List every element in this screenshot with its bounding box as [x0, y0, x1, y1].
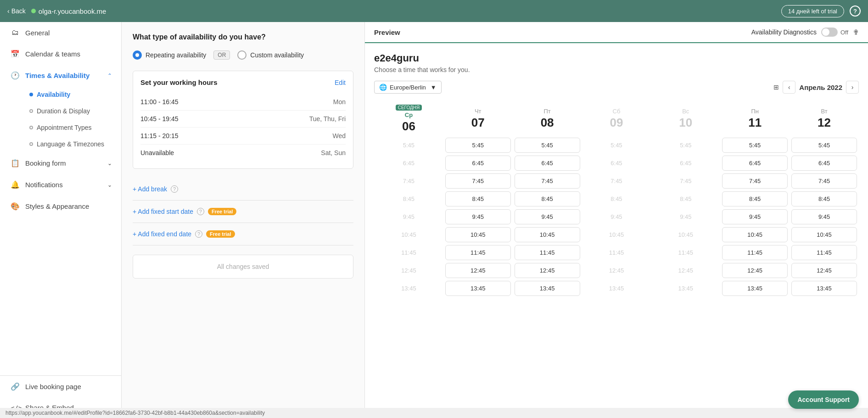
time-slot-col0: 11:45: [376, 245, 442, 260]
time-slot-col2[interactable]: 8:45: [515, 191, 580, 206]
time-slot-col2[interactable]: 6:45: [515, 156, 580, 171]
time-slot-col5[interactable]: 6:45: [722, 156, 788, 171]
account-support-button[interactable]: Account Support: [788, 390, 859, 409]
time-slot-col6[interactable]: 6:45: [791, 156, 857, 171]
sidebar-item-calendar-teams[interactable]: 📅 Calendar & teams: [0, 43, 121, 65]
trial-button[interactable]: 14 дней left of trial: [781, 5, 844, 17]
time-slot-col6[interactable]: 13:45: [791, 281, 857, 296]
time-slot-col2[interactable]: 5:45: [515, 138, 580, 153]
cal-header-6: Вт 12: [790, 101, 859, 136]
time-slot-col1[interactable]: 7:45: [445, 173, 511, 189]
day-abbr-6: Вт: [791, 108, 857, 115]
time-slot-col3: 13:45: [584, 281, 650, 295]
time-slot-col2[interactable]: 10:45: [515, 227, 580, 242]
dot-appointment: [29, 126, 33, 129]
time-slot-col5[interactable]: 10:45: [722, 227, 788, 242]
time-slot-row: 12:4512:4512:4512:4512:4512:4512:45: [374, 262, 859, 279]
time-slot-col5[interactable]: 12:45: [722, 263, 788, 278]
booking-profile: e2e4guru Choose a time that works for yo…: [374, 52, 859, 73]
day-abbr-1: Чт: [445, 108, 511, 115]
time-slot-col5[interactable]: 8:45: [722, 191, 788, 206]
sidebar-sub-language[interactable]: Language & Timezones: [24, 136, 121, 152]
preview-panel: Preview Availability Diagnostics Off ✟ e…: [365, 22, 868, 418]
time-slot-col6[interactable]: 11:45: [791, 245, 857, 260]
add-end-link[interactable]: + Add fixed end date ? Free trial: [133, 230, 353, 238]
add-start-link[interactable]: + Add fixed start date ? Free trial: [133, 208, 353, 215]
time-slot-col4: 12:45: [653, 263, 718, 278]
time-slot-col6[interactable]: 7:45: [791, 173, 857, 189]
sidebar-sub-appointment-types[interactable]: Appointment Types: [24, 119, 121, 136]
time-slot-col1[interactable]: 9:45: [445, 209, 511, 224]
notifications-icon: 🔔: [11, 180, 20, 189]
help-icon[interactable]: ?: [850, 6, 861, 17]
sidebar-item-times-availability[interactable]: 🕐 Times & Availability ⌃: [0, 65, 121, 86]
time-slot-row: 6:456:456:456:456:456:456:45: [374, 154, 859, 172]
time-slot-col5[interactable]: 5:45: [722, 138, 788, 153]
dot-language: [29, 142, 33, 146]
grid-icon: ⊞: [773, 84, 779, 91]
prev-month-button[interactable]: ‹: [783, 81, 795, 94]
time-slot-col6[interactable]: 5:45: [791, 138, 857, 153]
sidebar-sub-availability[interactable]: Availability: [24, 86, 121, 103]
topbar-left: ‹ Back olga-r.youcanbook.me: [7, 7, 106, 15]
sidebar-item-live-booking[interactable]: 🔗 Live booking page: [0, 376, 121, 397]
time-slot-col1[interactable]: 12:45: [445, 263, 511, 278]
preview-header: Preview Availability Diagnostics Off ✟: [365, 22, 868, 43]
sidebar-item-styles[interactable]: 🎨 Styles & Appearance: [0, 195, 121, 217]
sidebar-item-notifications[interactable]: 🔔 Notifications ⌄: [0, 174, 121, 195]
next-month-button[interactable]: ›: [846, 81, 859, 94]
timezone-label: Europe/Berlin: [390, 84, 426, 91]
timezone-chevron: ▼: [431, 84, 437, 91]
time-slot-col5[interactable]: 11:45: [722, 245, 788, 260]
time-slot-col6[interactable]: 8:45: [791, 191, 857, 206]
time-slot-col2[interactable]: 12:45: [515, 263, 580, 278]
sidebar-item-booking-form[interactable]: 📋 Booking form ⌄: [0, 152, 121, 174]
styles-icon: 🎨: [11, 202, 20, 211]
expand-icon[interactable]: ✟: [853, 28, 859, 37]
sidebar-sub-duration[interactable]: Duration & Display: [24, 103, 121, 119]
add-break-link[interactable]: + Add break ?: [133, 185, 353, 193]
toggle-track[interactable]: [821, 28, 838, 37]
custom-radio[interactable]: [237, 50, 246, 60]
time-slot-col1[interactable]: 8:45: [445, 191, 511, 206]
sidebar-label-styles: Styles & Appearance: [25, 202, 89, 210]
day-abbr-2: Пт: [515, 108, 580, 115]
availability-type-row: Repeating availability OR Custom availab…: [133, 50, 353, 60]
or-badge: OR: [213, 50, 230, 60]
repeating-radio[interactable]: [133, 50, 142, 60]
booking-widget: e2e4guru Choose a time that works for yo…: [365, 43, 868, 418]
sidebar-item-general[interactable]: 🗂 General: [0, 22, 121, 43]
edit-button[interactable]: Edit: [335, 79, 346, 86]
live-icon: 🔗: [11, 382, 20, 391]
day-abbr-0: Ср: [376, 111, 442, 118]
time-slot-col5[interactable]: 13:45: [722, 281, 788, 296]
timezone-select[interactable]: 🌐 Europe/Berlin ▼: [374, 81, 442, 94]
time-slot-col5[interactable]: 9:45: [722, 209, 788, 224]
time-slot-col1[interactable]: 13:45: [445, 281, 511, 296]
start-help-icon[interactable]: ?: [197, 208, 204, 215]
time-slot-col2[interactable]: 7:45: [515, 173, 580, 189]
time-row-1: 10:45 - 19:45 Tue, Thu, Fri: [140, 111, 346, 128]
time-slot-col1[interactable]: 5:45: [445, 138, 511, 153]
custom-option[interactable]: Custom availability: [237, 50, 304, 60]
time-slot-col6[interactable]: 10:45: [791, 227, 857, 242]
time-slot-col2[interactable]: 13:45: [515, 281, 580, 296]
time-slot-col1[interactable]: 10:45: [445, 227, 511, 242]
back-button[interactable]: ‹ Back: [7, 7, 26, 15]
repeating-option[interactable]: Repeating availability: [133, 50, 206, 60]
break-help-icon[interactable]: ?: [171, 185, 178, 193]
time-slot-col1[interactable]: 6:45: [445, 156, 511, 171]
time-slot-col1[interactable]: 11:45: [445, 245, 511, 260]
sidebar: 🗂 General 📅 Calendar & teams 🕐 Times & A…: [0, 22, 122, 418]
end-help-icon[interactable]: ?: [195, 230, 202, 238]
time-slot-col2[interactable]: 11:45: [515, 245, 580, 260]
time-slot-col0: 6:45: [376, 156, 442, 170]
general-icon: 🗂: [11, 28, 20, 37]
time-slot-col5[interactable]: 7:45: [722, 173, 788, 189]
avail-diag-toggle[interactable]: Off: [821, 28, 848, 37]
time-slot-col6[interactable]: 12:45: [791, 263, 857, 278]
time-slot-col2[interactable]: 9:45: [515, 209, 580, 224]
time-days-2: Wed: [332, 132, 346, 139]
sidebar-label-times: Times & Availability: [25, 72, 90, 79]
time-slot-col6[interactable]: 9:45: [791, 209, 857, 224]
